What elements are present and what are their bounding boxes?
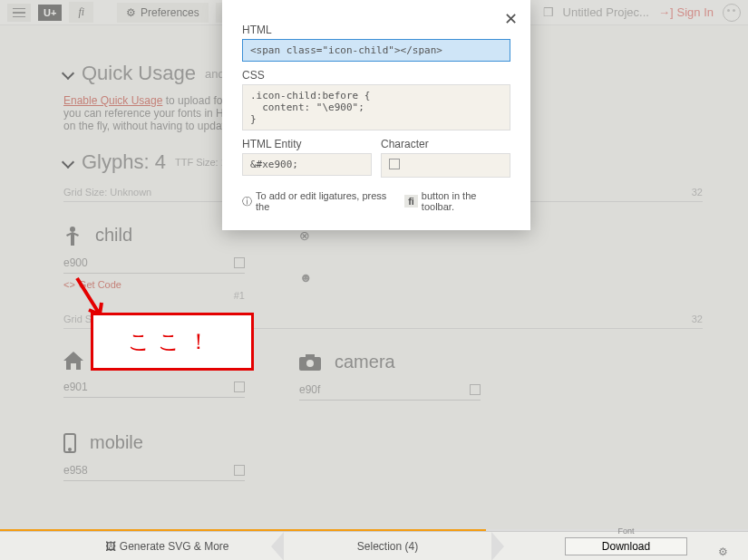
html-code-input[interactable]	[242, 39, 510, 62]
entity-code-box[interactable]: &#xe900;	[242, 153, 372, 176]
settings-icon[interactable]: ⚙	[718, 546, 728, 558]
selection-tab[interactable]: Selection (4)	[284, 540, 491, 553]
html-label: HTML	[242, 24, 510, 36]
css-label: CSS	[242, 69, 510, 82]
code-modal: ✕ HTML CSS .icon-child:before { content:…	[222, 0, 530, 230]
character-box[interactable]	[381, 153, 510, 178]
character-label: Character	[381, 138, 510, 150]
css-code-box[interactable]: .icon-child:before { content: "\e900"; }	[242, 84, 510, 130]
ligature-hint: ⓘ To add or edit ligatures, press the fi…	[242, 190, 510, 212]
font-label: Font	[617, 526, 634, 536]
download-button[interactable]: Download	[565, 537, 687, 555]
info-icon: ⓘ	[242, 195, 252, 208]
generate-svg-tab[interactable]: 🖼 Generate SVG & More	[63, 540, 271, 553]
image-icon: 🖼	[105, 540, 116, 553]
fi-button-hint: fi	[404, 195, 418, 208]
entity-label: HTML Entity	[242, 138, 372, 150]
close-icon[interactable]: ✕	[504, 9, 518, 29]
